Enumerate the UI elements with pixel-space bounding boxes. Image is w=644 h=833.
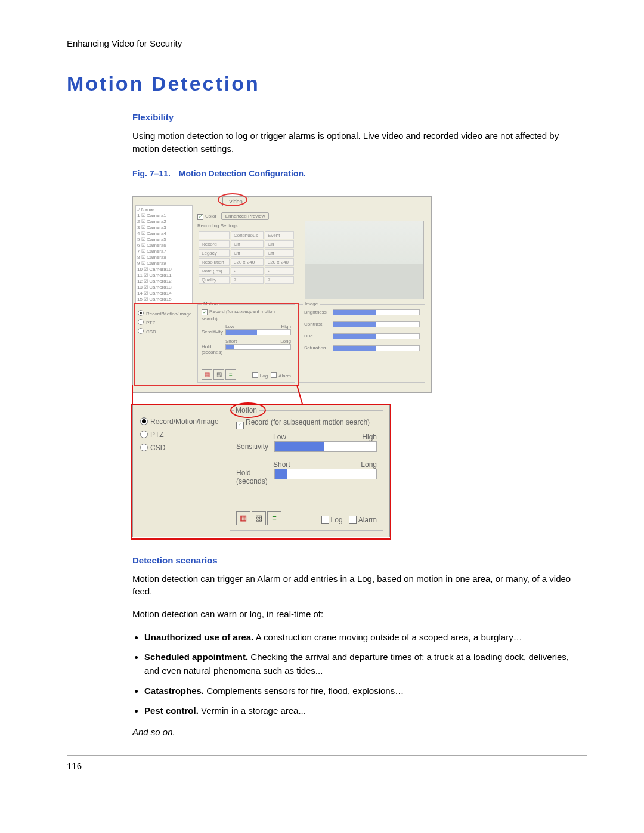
slider-hue[interactable] [333,333,420,339]
callout-rect-upper [134,303,299,386]
section-heading-flexibility: Flexibility [132,112,586,122]
radio-csd-zoom[interactable]: CSD [140,444,219,452]
checkbox-alarm-zoom[interactable] [349,516,358,524]
callout-circle-motion [230,402,266,418]
callout-circle-video [218,193,247,206]
tool-mask-icon-zoom[interactable]: ▧ [252,511,266,525]
radio-record-motion-image-zoom[interactable]: Record/Motion/Image [140,417,219,426]
recording-settings-label: Recording Settings [197,223,238,228]
slider-saturation[interactable] [333,345,420,351]
config-window-zoom: Record/Motion/Image PTZ CSD Motion Recor… [132,405,390,537]
config-window-overview: Video # Name 1 ☑ Camera1 2 ☑ Camera2 3 ☑… [132,196,432,393]
page-title: Motion Detection [67,72,587,95]
figure-title: Motion Detection Configuration. [179,169,306,178]
slider-contrast[interactable] [333,321,420,327]
tool-grid-icon-zoom[interactable]: ▦ [236,511,250,525]
tool-area-icon-zoom[interactable]: ≡ [267,511,281,525]
image-group-small: Image Brightness Contrast Hue Saturation [299,304,425,383]
running-header: Enhancing Video for Security [67,38,587,48]
figure-motion-detection: Video # Name 1 ☑ Camera1 2 ☑ Camera2 3 ☑… [132,189,431,541]
detection-p2: Motion detection can warn or log, in rea… [132,608,586,621]
checkbox-color[interactable] [197,213,205,219]
and-so-on: And so on. [132,726,586,739]
footer-rule [67,755,587,756]
checkbox-record-subsequent-zoom[interactable] [236,418,246,426]
figure-caption: Fig. 7–11.Motion Detection Configuration… [132,169,586,178]
flexibility-body: Using motion detection to log or trigger… [132,129,586,156]
radio-ptz-zoom[interactable]: PTZ [140,431,219,439]
detection-bullets: Unauthorized use of area. A construction… [132,630,586,717]
checkbox-log-zoom[interactable] [321,516,331,524]
slider-hold-zoom[interactable] [274,469,377,479]
video-preview [305,221,424,299]
slider-sensitivity-zoom[interactable] [274,441,377,452]
recording-settings-table: ContinuousEvent RecordOnOn LegacyOffOff … [197,230,295,285]
figure-number: Fig. 7–11. [132,169,171,178]
detection-p1: Motion detection can trigger an Alarm or… [132,572,586,599]
motion-group-zoom: Motion Record (for subsequent motion sea… [230,410,383,531]
slider-brightness[interactable] [333,309,420,315]
section-heading-detection-scenarios: Detection scenarios [132,555,586,565]
camera-list[interactable]: # Name 1 ☑ Camera1 2 ☑ Camera2 3 ☑ Camer… [135,205,193,304]
button-enhanced-preview[interactable]: Enhanced Preview [221,212,270,220]
page-number: 116 [67,761,587,771]
